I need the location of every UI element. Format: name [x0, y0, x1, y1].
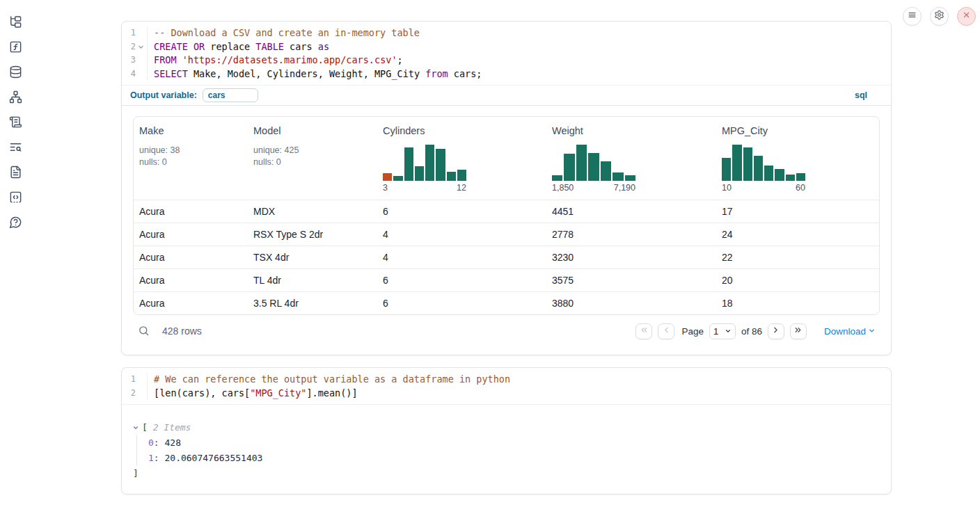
histogram-bar [775, 169, 784, 181]
variables-icon[interactable] [9, 40, 22, 54]
code-line: 2 [len(cars), cars["MPG_City"].mean()] [122, 387, 891, 401]
code-token: as [318, 41, 329, 52]
previous-page-button[interactable] [658, 323, 674, 339]
table-cell: 4 [377, 229, 546, 240]
left-sidebar [0, 0, 31, 507]
close-bracket: ] [133, 466, 139, 481]
line-number: 2 [123, 40, 136, 54]
table-header: Make unique: 38 nulls: 0 Model unique: 4… [134, 117, 879, 200]
histogram-bar [743, 147, 752, 181]
gear-icon [934, 10, 945, 23]
code-token: Make, Model, Cylinders, Weight, MPG_City [188, 68, 425, 79]
output-variable-input[interactable] [203, 88, 258, 102]
histogram-bar [612, 172, 623, 181]
fold-toggle-icon[interactable] [136, 42, 145, 51]
histogram-bar [754, 156, 763, 181]
file-tree-icon[interactable] [9, 15, 22, 29]
code-token: ].mean()] [306, 387, 357, 399]
collapse-chevron-icon[interactable] [132, 424, 141, 432]
python-editor[interactable]: 1 # We can reference the output variable… [122, 368, 891, 405]
table-cell: TSX 4dr [248, 252, 377, 263]
column-name[interactable]: Cylinders [383, 125, 541, 136]
snippets-icon[interactable] [9, 191, 22, 204]
line-number: 1 [123, 373, 136, 387]
code-line: 4 SELECT Make, Model, Cylinders, Weight,… [122, 67, 891, 81]
table-cell: 2778 [546, 229, 716, 240]
scratchpad-icon[interactable] [9, 115, 22, 129]
menu-button[interactable] [903, 7, 922, 26]
table-cell: Acura [134, 252, 248, 263]
code-token: FROM [154, 54, 177, 65]
table-cell: 4 [377, 252, 546, 263]
code-token: cars [284, 41, 318, 52]
output-variable-label: Output variable: [130, 90, 197, 100]
logs-icon[interactable] [9, 140, 22, 154]
histogram-bar [601, 161, 611, 181]
table-cell: Acura [134, 206, 248, 217]
code-token: SELECT [154, 68, 188, 79]
cylinders-histogram: 3 12 [383, 145, 466, 193]
tree-entry-key: 1 [148, 451, 154, 466]
output-variable-row: Output variable: sql [122, 85, 891, 106]
table-cell: 3230 [546, 252, 716, 263]
python-cell: 1 # We can reference the output variable… [121, 367, 892, 494]
mpg-city-histogram: 10 60 [722, 145, 805, 193]
download-button[interactable]: Download [824, 326, 876, 337]
column-header-cylinders: Cylinders 3 12 [377, 117, 546, 200]
code-token: replace [205, 41, 255, 52]
code-line: 2 CREATE OR replace TABLE cars as [122, 40, 891, 54]
table-cell: 3575 [546, 275, 716, 286]
next-page-button[interactable] [768, 323, 784, 339]
last-page-button[interactable] [790, 323, 807, 339]
column-name[interactable]: Model [253, 125, 372, 136]
search-icon[interactable] [138, 325, 150, 337]
table-body: AcuraMDX6445117AcuraRSX Type S 2dr427782… [134, 200, 879, 314]
dependency-graph-icon[interactable] [9, 90, 22, 104]
histogram-bar [415, 166, 424, 181]
settings-button[interactable] [930, 7, 949, 26]
code-token: ; [397, 54, 403, 65]
sql-editor[interactable]: 1 -- Download a CSV and create an in-mem… [122, 22, 891, 85]
table-cell: 18 [716, 298, 880, 309]
column-name[interactable]: MPG_City [722, 125, 874, 136]
column-stat-unique: unique: 38 [139, 145, 242, 156]
table-cell: 20 [716, 275, 880, 286]
table-row: Acura3.5 RL 4dr6388018 [134, 291, 879, 314]
tree-entry-separator: : [154, 435, 165, 451]
table-cell: 3.5 RL 4dr [248, 298, 377, 309]
column-header-mpg-city: MPG_City 10 60 [716, 117, 880, 200]
table-cell: 22 [716, 252, 880, 263]
chevron-down-icon [868, 326, 876, 337]
help-icon[interactable] [9, 216, 22, 229]
histogram-max-label: 60 [796, 183, 805, 193]
code-line: 1 -- Download a CSV and create an in-mem… [122, 26, 891, 40]
column-name[interactable]: Make [139, 125, 242, 136]
download-label: Download [824, 326, 866, 337]
code-token: "MPG_City" [250, 387, 306, 399]
histogram-bar [447, 172, 456, 181]
chevron-right-icon [771, 325, 780, 337]
histogram-min-label: 10 [722, 183, 732, 193]
line-number: 4 [123, 67, 136, 81]
column-name[interactable]: Weight [552, 125, 711, 136]
documentation-icon[interactable] [9, 166, 22, 179]
histogram-bar [764, 166, 773, 181]
datasources-icon[interactable] [9, 65, 22, 79]
table-cell: MDX [248, 206, 377, 217]
column-stat-unique: unique: 425 [253, 145, 372, 156]
code-line: 3 FROM 'https://datasets.marimo.app/cars… [122, 54, 891, 67]
table-row: AcuraMDX6445117 [134, 200, 879, 223]
column-header-model: Model unique: 425 nulls: 0 [248, 117, 377, 200]
table-cell: Acura [134, 229, 248, 240]
code-line: 1 # We can reference the output variable… [122, 373, 891, 387]
histogram-bar [576, 145, 587, 181]
table-cell: 3880 [546, 298, 716, 309]
first-page-button[interactable] [635, 323, 652, 339]
sql-output-area: Make unique: 38 nulls: 0 Model unique: 4… [122, 106, 891, 341]
page-select[interactable]: 1 [709, 323, 736, 339]
shutdown-button[interactable] [957, 7, 976, 26]
menu-icon [907, 10, 917, 23]
sql-cell: 1 -- Download a CSV and create an in-mem… [121, 21, 892, 355]
pagination: Page 1 of 86 Download [635, 323, 880, 339]
code-token: # We can reference the output variable a… [154, 373, 510, 385]
